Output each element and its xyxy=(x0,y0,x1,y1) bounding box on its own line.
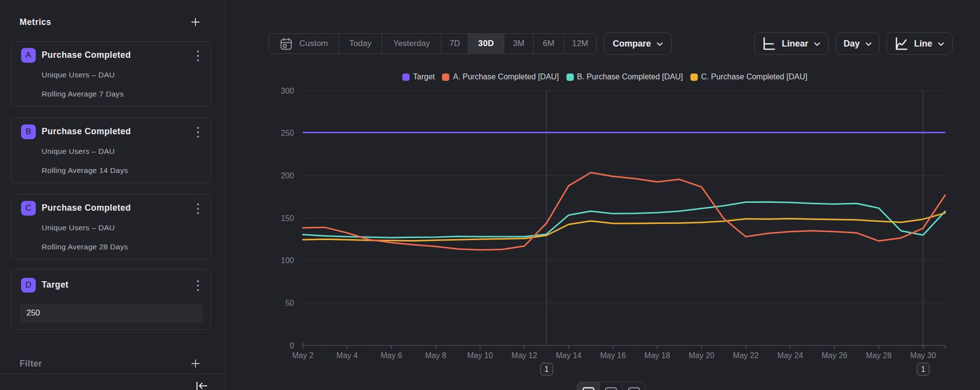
svg-text:May 26: May 26 xyxy=(822,351,848,360)
svg-text:May 28: May 28 xyxy=(866,351,892,360)
svg-text:May 30: May 30 xyxy=(910,351,936,360)
svg-text:1: 1 xyxy=(544,365,549,373)
svg-text:May 22: May 22 xyxy=(733,351,759,360)
svg-text:250: 250 xyxy=(281,129,294,137)
svg-text:May 16: May 16 xyxy=(600,351,626,360)
svg-text:May 14: May 14 xyxy=(556,351,582,360)
svg-text:May 24: May 24 xyxy=(777,351,803,360)
svg-text:May 18: May 18 xyxy=(644,351,670,360)
svg-text:May 6: May 6 xyxy=(381,351,402,360)
svg-text:May 20: May 20 xyxy=(688,351,714,360)
svg-text:May 10: May 10 xyxy=(467,351,493,360)
svg-text:100: 100 xyxy=(281,256,294,265)
svg-text:May 8: May 8 xyxy=(425,351,446,360)
svg-text:0: 0 xyxy=(290,341,294,350)
svg-text:May 4: May 4 xyxy=(337,351,358,360)
svg-text:50: 50 xyxy=(285,299,294,307)
svg-text:200: 200 xyxy=(281,171,294,180)
svg-text:150: 150 xyxy=(281,214,294,222)
svg-text:May 12: May 12 xyxy=(512,351,538,360)
svg-text:300: 300 xyxy=(281,87,294,95)
svg-text:May 2: May 2 xyxy=(292,351,314,360)
svg-text:1: 1 xyxy=(921,365,926,373)
